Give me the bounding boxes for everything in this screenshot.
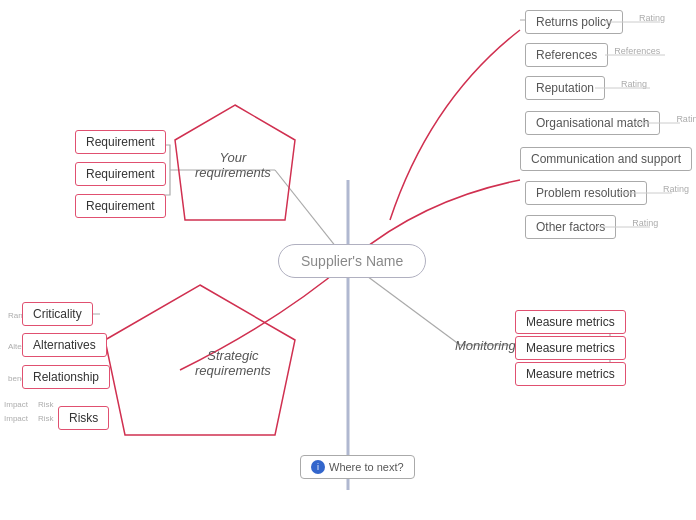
supplier-label: Supplier's Name	[278, 244, 426, 278]
references-node: References References	[525, 43, 608, 67]
risk-labels-row2: Impact Risk	[4, 414, 54, 423]
reputation-node: Rating Reputation	[525, 76, 605, 100]
comm-support-node: Communication and support	[520, 147, 692, 171]
criticality-box: Criticality	[22, 302, 93, 326]
measure-metrics-3: Measure metrics	[515, 362, 626, 386]
measure-metrics-1: Measure metrics	[515, 310, 626, 334]
monitoring-title: Monitoring	[455, 338, 516, 353]
relationship-box: Relationship	[22, 365, 110, 389]
requirements-title: Your requirements	[195, 150, 271, 180]
measure-metrics-2: Measure metrics	[515, 336, 626, 360]
requirement-box-2: Requirement	[75, 162, 166, 186]
where-next-label: Where to next?	[329, 461, 404, 473]
requirement-box-3: Requirement	[75, 194, 166, 218]
alternatives-box: Alternatives	[22, 333, 107, 357]
requirement-box-1: Requirement	[75, 130, 166, 154]
risks-box: Risks	[58, 406, 109, 430]
where-next-button[interactable]: i Where to next?	[300, 455, 415, 479]
risk-labels-row1: Impact Risk	[4, 400, 54, 409]
info-icon: i	[311, 460, 325, 474]
strategic-title: Strategic requirements	[195, 348, 271, 378]
supplier-node: Supplier's Name	[278, 244, 426, 278]
